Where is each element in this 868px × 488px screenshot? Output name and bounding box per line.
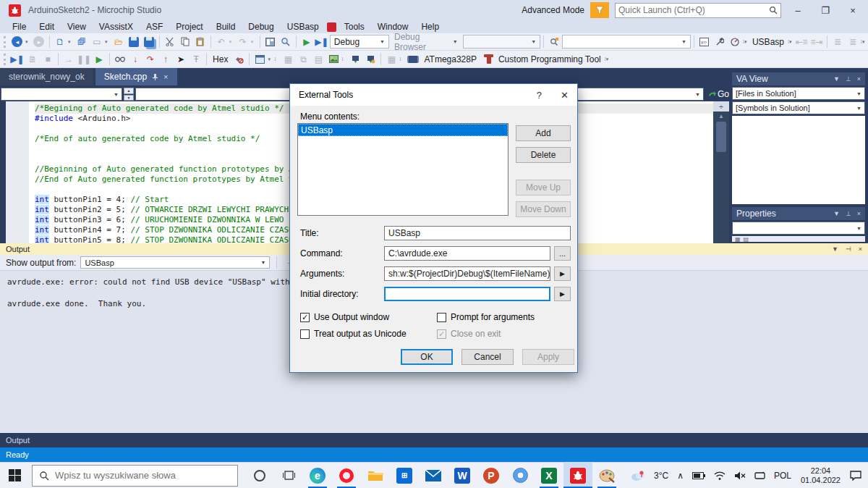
usbasp-toolbar-button[interactable]: USBasp [749, 37, 787, 47]
panel-pin-icon[interactable]: ⊣ [846, 245, 851, 253]
menu-vassistx[interactable]: VAssistX [93, 21, 140, 33]
command-field[interactable]: C:\avrdude.exe [384, 246, 550, 261]
wrench-button[interactable] [712, 35, 727, 49]
menu-build[interactable]: Build [210, 21, 242, 33]
menu-tools[interactable]: Tools [338, 21, 371, 33]
cursor-icon[interactable]: ➤ [174, 52, 188, 67]
find-combo[interactable]: ▼ [562, 35, 691, 49]
task-view-button[interactable] [274, 463, 303, 488]
pause-button[interactable]: ❚❚ [77, 52, 91, 67]
navbar-spinner[interactable]: ▲▼ [124, 88, 134, 101]
dialog-titlebar[interactable]: External Tools ? ✕ [290, 84, 577, 106]
menu-edit[interactable]: Edit [33, 21, 61, 33]
watch-window-caret[interactable]: ▾ [268, 56, 273, 62]
volume-muted-icon[interactable] [731, 463, 749, 488]
restore-button[interactable]: ❐ [814, 2, 836, 18]
debug-browser-combo[interactable]: Debug Browser▼ [390, 35, 462, 49]
toolbar-overflow-icon[interactable]: ⁞ [274, 56, 280, 62]
hex-toggle-button[interactable]: Hex [210, 54, 231, 64]
battery-icon[interactable] [689, 463, 709, 488]
device-programming-alt-button[interactable] [363, 52, 378, 67]
prompt-for-arguments-checkbox[interactable]: Prompt for arguments [437, 312, 535, 322]
redo-button[interactable]: ↷ [236, 35, 250, 49]
browse-command-button[interactable]: ... [554, 246, 571, 261]
tab-sterownik-nowy-ok[interactable]: sterownik_nowy_ok [0, 68, 93, 85]
context-combo[interactable]: ▼ [1, 88, 122, 101]
usbasp-tool-red-icon[interactable] [327, 22, 336, 32]
tray-chevron-icon[interactable]: ∧ [673, 463, 687, 488]
initial-directory-field[interactable] [384, 287, 550, 301]
edge-taskbar-icon[interactable]: e [303, 463, 332, 488]
undo-caret[interactable]: ▾ [229, 39, 235, 45]
dialog-close-button[interactable]: ✕ [561, 90, 569, 101]
menu-debug[interactable]: Debug [242, 21, 280, 33]
paste-button[interactable] [193, 35, 208, 49]
title-field[interactable]: USBasp [384, 226, 571, 240]
custom-programming-tool-button[interactable]: Custom Programming Tool [495, 54, 604, 64]
close-on-exit-checkbox[interactable]: ✓Close on exit [437, 329, 501, 339]
editor-scrollbar[interactable]: ÷ ▲ [713, 101, 729, 243]
platform-combo[interactable]: ▼ [463, 35, 541, 49]
cortana-button[interactable] [245, 463, 274, 488]
treat-output-unicode-checkbox[interactable]: Treat output as Unicode [300, 329, 407, 339]
close-button[interactable]: × [842, 2, 864, 18]
language-indicator[interactable]: POL [770, 463, 795, 488]
comment-button[interactable]: ≣ [830, 35, 845, 49]
word-taskbar-icon[interactable]: W [448, 463, 477, 488]
cancel-button[interactable]: Cancel [461, 349, 514, 365]
microchip-studio-taskbar-icon[interactable] [563, 463, 592, 488]
menu-project[interactable]: Project [169, 21, 209, 33]
open-file-button[interactable]: 🗁 [111, 35, 126, 49]
excel-taskbar-icon[interactable]: X [535, 463, 563, 488]
va-view-header[interactable]: VA View ▼ ⊥ × [732, 72, 865, 85]
tab-close-icon[interactable]: × [163, 72, 168, 81]
properties-header[interactable]: Properties ▼ ⊥ × [732, 207, 865, 220]
chromium-taskbar-icon[interactable] [506, 463, 535, 488]
undo-button[interactable]: ↶ [214, 35, 229, 49]
run-to-cursor-button[interactable]: → [61, 52, 76, 67]
file-explorer-taskbar-icon[interactable] [361, 463, 390, 488]
taskbar-clock[interactable]: 22:04 01.04.2022 [796, 463, 845, 488]
wifi-icon[interactable] [710, 463, 729, 488]
step-into-button[interactable]: ↓ [128, 52, 142, 67]
menu-asf[interactable]: ASF [140, 21, 169, 33]
find-icon[interactable] [547, 35, 561, 49]
grid-button[interactable]: ▦ [384, 52, 399, 67]
minimize-button[interactable]: – [787, 2, 809, 18]
taskbar-search-input[interactable] [55, 470, 231, 481]
toolbar-overflow-icon[interactable]: ⁞▾ [743, 39, 749, 45]
output-bottom-tab[interactable]: Output [6, 436, 30, 445]
quick-launch-box[interactable] [615, 3, 781, 18]
advanced-mode-funnel-button[interactable] [590, 2, 609, 18]
ok-button[interactable]: OK [401, 349, 453, 365]
weather-icon[interactable] [627, 463, 649, 488]
go-button[interactable]: Go [708, 89, 729, 99]
debug-glasses-icon[interactable] [113, 52, 127, 67]
tablet-mode-icon[interactable] [751, 463, 769, 488]
continue-button[interactable]: ▶❚ [10, 52, 25, 67]
move-down-button[interactable]: Move Down [516, 201, 571, 217]
arguments-field[interactable]: sh:w:$(ProjectDir)Debug\$(ItemFileName).… [384, 266, 550, 281]
toolbar-overflow-icon[interactable]: ⁞ [341, 56, 347, 62]
output-source-combo[interactable]: USBasp▼ [80, 256, 270, 269]
watch-window-button[interactable] [252, 52, 267, 67]
taskbar-search-box[interactable] [32, 465, 238, 487]
action-center-icon[interactable] [846, 463, 865, 488]
io-view-button[interactable]: ⧉ [296, 52, 310, 67]
panel-close-icon[interactable]: × [859, 245, 862, 253]
processor-view-button[interactable]: ▤ [311, 52, 326, 67]
navigate-back-button[interactable]: ◂ [10, 35, 25, 49]
quick-launch-input[interactable] [618, 5, 769, 15]
navigate-back-caret[interactable]: ▾ [25, 39, 31, 45]
screenshot-button[interactable] [326, 52, 341, 67]
break-all-button[interactable]: 🗎 [25, 52, 40, 67]
new-file-caret[interactable]: ▾ [68, 39, 74, 45]
step-out-button[interactable]: ↑ [158, 52, 173, 67]
copy-button[interactable] [178, 35, 192, 49]
add-button[interactable]: Add [516, 125, 571, 141]
start-debugging-button[interactable]: ▶ [299, 35, 314, 49]
toolbar-overflow-icon[interactable]: ⁞▾ [861, 39, 867, 45]
start-without-debugging-button[interactable]: ▶❚ [315, 35, 329, 49]
toolbar-overflow-icon[interactable]: ⁞▾ [788, 39, 793, 45]
temperature-label[interactable]: 3°C [650, 463, 672, 488]
